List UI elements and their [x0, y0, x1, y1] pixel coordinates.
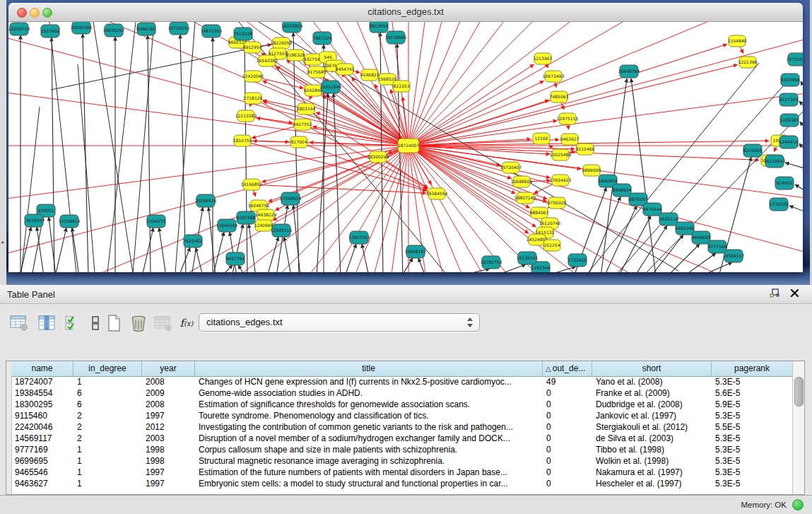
graph-node[interactable]: 16958187 [405, 245, 427, 258]
column-header-title[interactable]: title [195, 361, 543, 376]
graph-node[interactable]: 8813054 [370, 22, 389, 33]
graph-node[interactable]: 14569117 [723, 250, 745, 262]
column-header-pagerank[interactable]: pagerank [712, 361, 793, 376]
graph-node[interactable]: 9227343 [779, 93, 799, 106]
column-header-out_de[interactable]: △out_de... [543, 361, 592, 376]
graph-node[interactable]: 20691406 [71, 22, 93, 34]
function-builder-icon[interactable]: f(x) [176, 313, 197, 334]
table-settings-icon[interactable] [8, 313, 30, 334]
graph-node[interactable]: 19218986 [385, 31, 407, 44]
graph-node[interactable]: 12160 [533, 133, 550, 144]
select-columns-icon[interactable] [36, 313, 57, 334]
table-row[interactable]: 2242004622012Investigating the contribut… [11, 421, 793, 433]
table-row[interactable]: 946362711997Embryonic stem cells: a mode… [11, 478, 793, 489]
graph-node[interactable]: 1209387 [780, 114, 799, 127]
graph-node[interactable]: 924502 [775, 177, 794, 189]
graph-node[interactable]: 9899695 [582, 165, 601, 176]
graph-node[interactable]: 10973493 [543, 71, 565, 82]
table-select-dropdown[interactable]: citations_edges.txt [199, 313, 480, 332]
graph-node[interactable]: 12975115 [557, 113, 579, 124]
graph-node[interactable]: 15751074 [787, 53, 803, 66]
graph-node[interactable]: 8466160 [137, 23, 156, 35]
graph-node[interactable]: 10655257 [103, 24, 125, 37]
graph-node[interactable]: 9884067 [530, 207, 549, 218]
graph-node[interactable]: 21055724 [8, 23, 30, 35]
graph-node[interactable]: 2935114 [659, 213, 678, 226]
graph-node[interactable]: 9465546 [676, 222, 695, 235]
column-header-in_degree[interactable]: in_degree [73, 361, 142, 376]
graph-node[interactable]: 14938229 [255, 209, 277, 221]
graph-node[interactable]: 20206526 [195, 194, 217, 207]
network-window-titlebar[interactable]: citations_edges.txt [8, 3, 803, 22]
graph-node[interactable]: 15720407 [500, 162, 522, 173]
close-panel-icon[interactable] [790, 288, 799, 298]
graph-node[interactable]: 1294275 [147, 215, 166, 228]
table-row[interactable]: 1872400712008Changes of HCN gene express… [11, 376, 793, 387]
graph-node[interactable]: 822203 [393, 81, 410, 92]
graph-node[interactable]: 8186328 [286, 49, 305, 61]
graph-node[interactable]: 9777169 [708, 240, 727, 253]
graph-node[interactable]: 14671355 [201, 25, 223, 37]
network-canvas[interactable]: 9660128891295418226058912750316543382818… [8, 22, 803, 272]
graph-node[interactable]: 10688609 [511, 176, 533, 187]
graph-node[interactable]: 18724007 [398, 139, 420, 153]
graph-node[interactable]: 16033809 [281, 22, 303, 33]
graph-node[interactable]: 16210643 [764, 155, 786, 168]
graph-node[interactable]: 1244415 [779, 136, 799, 148]
citation-network-graph[interactable]: 9660128891295418226058912750316543382818… [8, 22, 803, 272]
graph-node[interactable]: 9699695 [692, 231, 711, 244]
graph-node[interactable]: 8215955 [743, 144, 763, 157]
table-row[interactable]: 969969511998Structural magnetic resonanc… [11, 455, 793, 467]
table-row[interactable]: 911546021997Tourette syndrome. Phenomeno… [11, 410, 793, 421]
graph-node[interactable]: 12505115 [271, 224, 293, 237]
graph-node[interactable]: 252254 [543, 240, 560, 251]
table-row[interactable]: 1830029562008Estimation of significance … [11, 399, 793, 410]
nodes-layer[interactable]: 9660128891295418226058912750316543382818… [8, 22, 803, 272]
graph-node[interactable]: 18226058 [271, 37, 293, 49]
graph-node[interactable]: 2718126 [244, 93, 263, 104]
graph-node[interactable]: 8958924 [613, 184, 632, 197]
graph-node[interactable]: 16543382 [257, 55, 278, 66]
graph-node[interactable]: 8912954 [243, 42, 262, 53]
graph-node[interactable]: 1770335 [770, 198, 789, 211]
graph-node[interactable]: 11645194 [216, 219, 238, 232]
scrollbar-thumb[interactable] [794, 377, 804, 407]
graph-node[interactable]: 19384554 [426, 188, 448, 199]
table-row[interactable]: 977716911998Corpus callosum shape and si… [11, 444, 793, 455]
graph-node[interactable]: 9329966 [781, 74, 800, 86]
graph-node[interactable]: 10719155 [168, 22, 190, 35]
delete-trash-icon[interactable] [128, 313, 149, 334]
graph-node[interactable]: 817004 [290, 136, 307, 148]
column-header-year[interactable]: year [142, 361, 195, 376]
graph-node[interactable]: 9297588 [237, 211, 256, 224]
row-checkmarks-icon[interactable] [62, 313, 83, 334]
graph-node[interactable]: 391934 [25, 214, 43, 227]
graph-node[interactable]: 7485063 [550, 91, 569, 103]
graph-node[interactable]: 15136141 [517, 252, 539, 264]
graph-node[interactable]: 9756928 [548, 197, 567, 209]
graph-node[interactable]: 7857224 [313, 32, 332, 45]
graph-node[interactable]: 12213383 [235, 110, 257, 122]
graph-node[interactable]: 22420046 [242, 71, 264, 82]
graph-node[interactable]: 9175685 [307, 66, 326, 78]
graph-node[interactable]: 17957253 [348, 231, 370, 244]
graph-node[interactable]: 17654923 [550, 175, 572, 186]
graph-node[interactable]: 8454743 [336, 64, 355, 75]
graph-node[interactable]: 19166852 [241, 179, 263, 190]
graph-node[interactable]: 1221396 [739, 57, 758, 68]
graph-node[interactable]: 1527602 [41, 25, 60, 37]
graph-node[interactable]: 21053346 [320, 81, 342, 93]
vertical-scrollbar[interactable] [792, 361, 804, 494]
graph-node[interactable]: 16782753 [481, 256, 502, 269]
graph-node[interactable]: 7625402 [184, 235, 203, 247]
graph-node[interactable]: 1810755 [233, 135, 252, 146]
graph-node[interactable]: 9457791 [226, 252, 245, 265]
graph-node[interactable]: 1733426 [568, 254, 587, 267]
graph-node[interactable]: 9474444 [643, 203, 662, 216]
graph-node[interactable]: 9115460 [576, 144, 595, 155]
memory-status-indicator[interactable] [792, 499, 804, 510]
graph-node[interactable]: 2803144 [297, 103, 316, 115]
graph-node[interactable]: 1154840 [728, 35, 747, 47]
table-row[interactable]: 946554611997Estimation of the future num… [11, 467, 793, 478]
column-header-name[interactable]: name [11, 361, 73, 376]
